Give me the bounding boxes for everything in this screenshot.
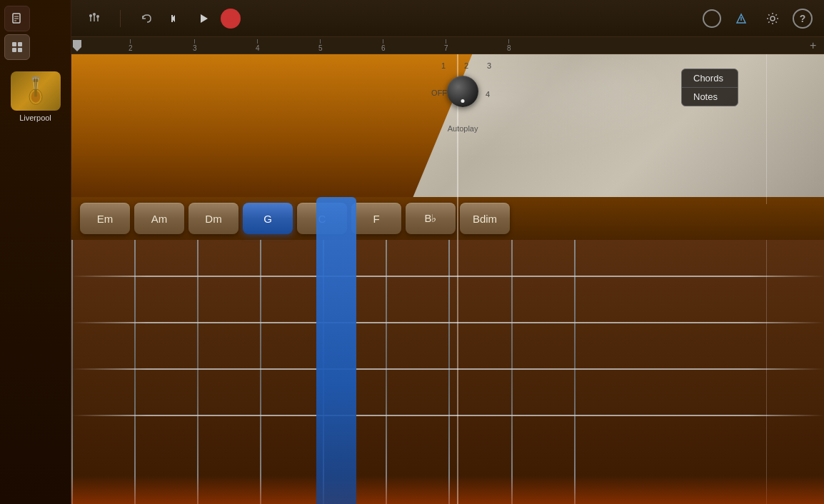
ruler-mark-6: 6: [381, 39, 386, 52]
chord-dm[interactable]: Dm: [189, 203, 238, 234]
chord-em[interactable]: Em: [80, 203, 130, 234]
track-icon: [11, 71, 61, 111]
svg-point-22: [93, 13, 96, 16]
svg-rect-6: [12, 48, 16, 52]
toolbar-left: [83, 7, 106, 30]
toolbar-sep-1: [120, 10, 121, 27]
add-track-button[interactable]: +: [810, 40, 821, 51]
knob-label-1: 1: [441, 61, 446, 70]
undo-button[interactable]: [135, 7, 158, 30]
knob-label-2: 2: [464, 61, 468, 70]
circle-button[interactable]: [703, 9, 721, 28]
ruler-mark-5: 5: [318, 39, 323, 52]
active-chord-bar: [316, 197, 356, 504]
svg-marker-26: [201, 14, 208, 23]
autoplay-label: Autoplay: [448, 124, 478, 133]
knob-label-4: 4: [486, 90, 490, 99]
tuner-button[interactable]: [730, 7, 753, 30]
chord-bb[interactable]: B♭: [406, 203, 456, 234]
play-button[interactable]: [192, 7, 215, 30]
svg-point-29: [770, 16, 775, 21]
string-3: [71, 368, 824, 370]
track-liverpool[interactable]: Liverpool: [0, 66, 71, 128]
fret-line-8: [574, 240, 576, 504]
ruler-mark-8: 8: [507, 39, 511, 52]
record-button[interactable]: [221, 9, 241, 29]
svg-marker-30: [73, 40, 81, 51]
settings-button[interactable]: [761, 7, 784, 30]
chord-am[interactable]: Am: [134, 203, 184, 234]
chord-buttons-row: Em Am Dm G C F B♭ Bdim: [71, 197, 824, 240]
toolbar-transport: [135, 7, 241, 30]
timeline-ruler: 2 3 4 5 6 7 8 +: [71, 37, 824, 54]
right-boundary-line: [766, 240, 767, 504]
fret-line-0: [71, 240, 73, 504]
track-region: 1 2 3 4 OFF Autoplay Chords Notes: [71, 54, 824, 204]
svg-rect-5: [18, 42, 22, 46]
svg-rect-25: [171, 15, 173, 22]
chord-g[interactable]: G: [243, 203, 293, 234]
string-2: [71, 322, 824, 323]
ruler-mark-7: 7: [444, 39, 448, 52]
ruler-mark-3: 3: [193, 39, 197, 52]
fret-line-1: [134, 240, 136, 504]
fret-line-6: [448, 240, 450, 504]
fret-line-3: [260, 240, 261, 504]
toolbar: ?: [71, 0, 824, 37]
svg-rect-7: [18, 48, 22, 52]
chord-bdim[interactable]: Bdim: [460, 203, 510, 234]
popup-notes[interactable]: Notes: [682, 88, 738, 106]
knob-label-off: OFF: [431, 89, 447, 97]
knob-area: 1 2 3 4 OFF: [427, 61, 498, 119]
ruler-mark-4: 4: [256, 39, 260, 52]
chord-notes-popup: Chords Notes: [681, 69, 738, 106]
fret-line-7: [511, 240, 513, 504]
bottom-glow: [71, 475, 824, 504]
popup-chords[interactable]: Chords: [682, 69, 738, 88]
chord-f[interactable]: F: [351, 203, 401, 234]
autoplay-knob[interactable]: [447, 76, 478, 107]
rewind-button[interactable]: [164, 7, 186, 30]
fret-line-2: [197, 240, 199, 504]
fretboard: [71, 240, 824, 504]
ruler-mark-2: 2: [129, 39, 133, 52]
sidebar: Liverpool: [0, 0, 71, 504]
string-4: [71, 415, 824, 416]
svg-point-21: [89, 14, 92, 17]
knob-dot: [461, 99, 465, 103]
svg-rect-4: [12, 42, 16, 46]
app-container: Liverpool: [0, 0, 824, 504]
sidebar-top-buttons: [0, 0, 71, 66]
main-content: 1 2 3 4 OFF Autoplay Chords Notes: [71, 54, 824, 504]
side-divider-right: [766, 54, 767, 204]
string-1: [71, 276, 824, 277]
autoplay-panel: 1 2 3 4 OFF Autoplay: [427, 61, 498, 133]
fret-line-5: [386, 240, 387, 504]
document-button[interactable]: [4, 6, 30, 31]
help-button[interactable]: ?: [793, 9, 813, 29]
track-name: Liverpool: [19, 114, 51, 122]
ruler: 2 3 4 5 6 7 8 +: [71, 37, 824, 54]
knob-label-3: 3: [487, 61, 491, 70]
mixer-button[interactable]: [83, 7, 106, 30]
toolbar-right: ?: [703, 7, 813, 30]
grid-button[interactable]: [4, 34, 30, 60]
svg-point-23: [96, 15, 99, 18]
